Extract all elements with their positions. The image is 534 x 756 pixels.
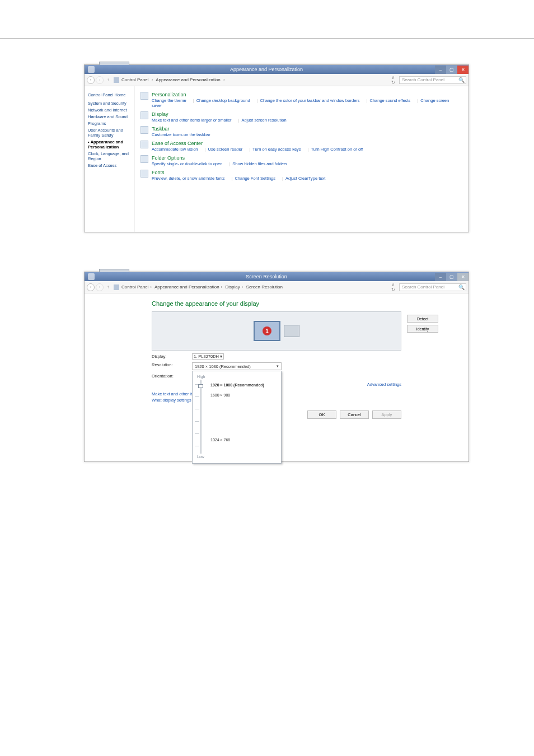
breadcrumb[interactable]: Control Panel › Appearance and Personali… <box>121 77 227 82</box>
breadcrumb-item[interactable]: Screen Resolution <box>246 284 283 290</box>
search-placeholder: Search Control Panel <box>402 284 444 290</box>
category-link[interactable]: Adjust screen resolution <box>242 118 287 123</box>
resolution-slider[interactable] <box>197 380 205 454</box>
breadcrumb-item[interactable]: Control Panel <box>121 77 148 82</box>
refresh-button[interactable]: ∨ ↻ <box>389 75 397 85</box>
category-link[interactable]: Use screen reader <box>208 147 243 152</box>
identify-button[interactable]: Identify <box>407 325 438 333</box>
detect-button[interactable]: Detect <box>407 315 438 323</box>
slider-top-label: High <box>197 375 277 379</box>
category-link[interactable]: Change Font Settings <box>235 176 275 181</box>
close-button[interactable]: ✕ <box>457 66 469 74</box>
resolution-option[interactable]: 1920 × 1080 (Recommended) <box>210 380 277 390</box>
category-link[interactable]: Change the color of your taskbar and win… <box>260 98 360 103</box>
category-icon <box>140 170 148 178</box>
category-icon <box>140 111 148 119</box>
category-heading[interactable]: Personalization <box>152 92 463 97</box>
monitor-2-icon[interactable] <box>284 325 299 337</box>
resolution-label: Resolution: <box>152 362 192 367</box>
display-select[interactable]: 1. PL3270DH ▾ <box>192 353 224 360</box>
category-heading[interactable]: Ease of Access Center <box>152 141 463 146</box>
category-heading[interactable]: Fonts <box>152 170 463 175</box>
breadcrumb-item[interactable]: Control Panel <box>121 284 148 290</box>
category-icon <box>140 126 148 134</box>
sidebar-item[interactable]: Network and Internet <box>88 108 131 113</box>
resolution-option[interactable]: 1024 × 768 <box>210 435 277 445</box>
category-links: Specify single- or double-click to open|… <box>152 161 463 166</box>
forward-button[interactable]: › <box>96 76 104 84</box>
sidebar-item[interactable]: System and Security <box>88 101 131 106</box>
app-icon <box>88 66 95 73</box>
category-link[interactable]: Turn High Contrast on or off <box>311 147 363 152</box>
nav-toolbar: ‹ › ↑ Control Panel › Appearance and Per… <box>85 74 469 86</box>
search-icon: 🔍 <box>458 284 465 290</box>
category-heading[interactable]: Display <box>152 111 463 117</box>
titlebar[interactable]: Screen Resolution – ▢ ✕ <box>85 272 469 281</box>
breadcrumb-item[interactable]: Display <box>225 284 240 290</box>
sidebar-item[interactable]: Ease of Access <box>88 163 131 168</box>
display-preview[interactable]: 1 <box>152 311 401 351</box>
sidebar-item[interactable]: Hardware and Sound <box>88 114 131 119</box>
breadcrumb[interactable]: Control Panel› Appearance and Personaliz… <box>121 284 283 290</box>
category-link[interactable]: Show hidden files and folders <box>232 161 287 166</box>
breadcrumb-item[interactable]: Appearance and Personalization <box>156 77 221 82</box>
page-heading: Change the appearance of your display <box>152 300 401 307</box>
titlebar[interactable]: Appearance and Personalization – ▢ ✕ <box>85 65 469 74</box>
sidebar-item[interactable]: Clock, Language, and Region <box>88 151 131 161</box>
orientation-label: Orientation: <box>152 374 192 379</box>
sidebar-item[interactable]: User Accounts and Family Safety <box>88 128 131 138</box>
up-button[interactable]: ↑ <box>107 284 109 290</box>
resolution-select[interactable]: 1920 × 1080 (Recommended) ▾ <box>192 362 282 370</box>
sidebar-home[interactable]: Control Panel Home <box>88 92 131 97</box>
search-input[interactable]: Search Control Panel 🔍 <box>399 283 466 291</box>
location-icon <box>114 284 119 290</box>
search-input[interactable]: Search Control Panel 🔍 <box>399 76 466 84</box>
category-row: Ease of Access CenterAccommodate low vis… <box>140 141 463 152</box>
category-link[interactable]: Make text and other items larger or smal… <box>152 118 232 123</box>
category-link[interactable]: Change desktop background <box>196 98 250 103</box>
slider-bottom-label: Low <box>197 455 277 459</box>
close-button[interactable]: ✕ <box>457 273 469 281</box>
refresh-button[interactable]: ∨ ↻ <box>389 282 397 292</box>
sidebar-item-active[interactable]: Appearance and Personalization <box>88 139 131 150</box>
category-link[interactable]: Specify single- or double-click to open <box>152 161 222 166</box>
category-heading[interactable]: Folder Options <box>152 155 463 161</box>
category-link[interactable]: Customize icons on the taskbar <box>152 132 210 137</box>
back-button[interactable]: ‹ <box>87 283 95 291</box>
category-row: DisplayMake text and other items larger … <box>140 111 463 123</box>
nav-toolbar: ‹ › ↑ Control Panel› Appearance and Pers… <box>85 281 469 293</box>
category-row: Folder OptionsSpecify single- or double-… <box>140 155 463 166</box>
app-icon <box>88 273 95 280</box>
category-link[interactable]: Accommodate low vision <box>152 147 198 152</box>
slider-thumb[interactable] <box>198 384 203 388</box>
category-row: TaskbarCustomize icons on the taskbar <box>140 126 463 137</box>
advanced-settings-link[interactable]: Advanced settings <box>367 382 401 387</box>
category-link[interactable]: Adjust ClearType text <box>285 176 325 181</box>
breadcrumb-item[interactable]: Appearance and Personalization <box>154 284 219 290</box>
location-icon <box>114 77 119 83</box>
category-heading[interactable]: Taskbar <box>152 126 463 132</box>
category-icon <box>140 155 148 163</box>
minimize-button[interactable]: – <box>435 273 446 281</box>
up-button[interactable]: ↑ <box>107 77 109 82</box>
monitor-1-icon[interactable]: 1 <box>254 321 280 341</box>
resolution-popup[interactable]: High <box>192 371 282 464</box>
maximize-button[interactable]: ▢ <box>446 66 457 74</box>
resolution-value: 1920 × 1080 (Recommended) <box>195 364 251 369</box>
category-link[interactable]: Change the theme <box>152 98 186 103</box>
apply-button[interactable]: Apply <box>372 410 401 419</box>
category-links: Preview, delete, or show and hide fonts|… <box>152 176 463 181</box>
back-button[interactable]: ‹ <box>87 76 95 84</box>
category-link[interactable]: Change sound effects <box>370 98 411 103</box>
maximize-button[interactable]: ▢ <box>446 273 457 281</box>
resolution-option[interactable]: 1600 × 900 <box>210 390 277 400</box>
category-link[interactable]: Preview, delete, or show and hide fonts <box>152 176 225 181</box>
category-link[interactable]: Turn on easy access keys <box>252 147 301 152</box>
sidebar-item[interactable]: Programs <box>88 121 131 126</box>
minimize-button[interactable]: – <box>435 66 446 74</box>
ok-button[interactable]: OK <box>307 410 336 419</box>
cancel-button[interactable]: Cancel <box>340 410 369 419</box>
category-links: Accommodate low vision|Use screen reader… <box>152 147 463 152</box>
category-row: FontsPreview, delete, or show and hide f… <box>140 170 463 181</box>
forward-button[interactable]: › <box>96 283 104 291</box>
